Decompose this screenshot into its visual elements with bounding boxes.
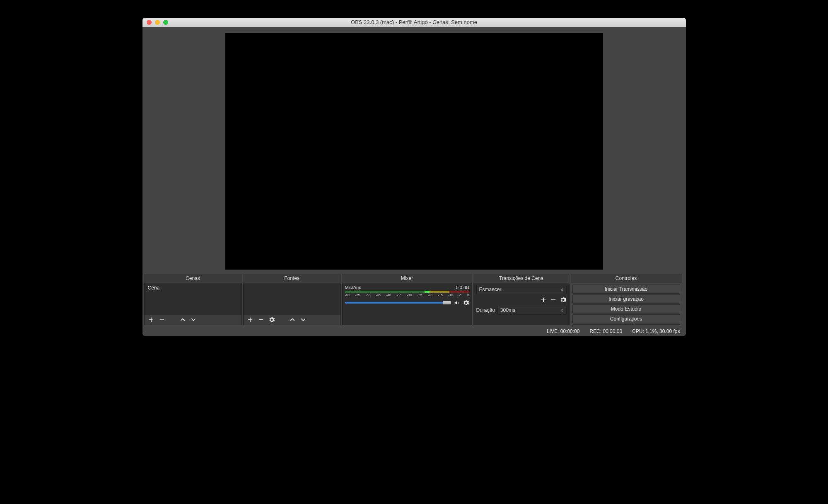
status-cpu: CPU: 1.1%, 30.00 fps: [632, 328, 680, 334]
sources-panel: Fontes: [243, 274, 341, 325]
titlebar: OBS 22.0.3 (mac) - Perfil: Artigo - Cena…: [142, 18, 686, 27]
status-rec: REC: 00:00:00: [589, 328, 622, 334]
settings-button[interactable]: Configurações: [572, 314, 680, 323]
minus-icon[interactable]: [550, 297, 557, 303]
sources-header: Fontes: [243, 274, 341, 283]
sources-toolbar: [244, 315, 340, 325]
vu-tick: -55: [355, 293, 360, 297]
preview-area: [142, 27, 686, 274]
mixer-channel-name: Mic/Aux: [345, 285, 361, 290]
volume-slider[interactable]: [345, 302, 451, 304]
mixer-panel: Mixer Mic/Aux 0.0 dB: [342, 274, 472, 325]
chevron-down-icon[interactable]: [300, 316, 307, 323]
minimize-window-button[interactable]: [155, 20, 160, 25]
vu-tick: -10: [448, 293, 453, 297]
close-window-button[interactable]: [147, 20, 152, 25]
status-bar: LIVE: 00:00:00 REC: 00:00:00 CPU: 1.1%, …: [142, 327, 686, 336]
transitions-panel: Transições de Cena Esmaecer ▲▼: [473, 274, 570, 325]
vu-tick: 0: [467, 293, 469, 297]
volume-slider-thumb[interactable]: [443, 301, 451, 304]
scenes-panel: Cenas Cena: [144, 274, 242, 325]
chevron-up-icon[interactable]: [179, 316, 186, 323]
plus-icon[interactable]: [247, 316, 253, 323]
vu-meter: -60 -55 -50 -45 -40 -35 -30 -25 -20 -15 …: [345, 291, 469, 297]
chevron-down-icon[interactable]: [190, 316, 197, 323]
select-stepper-icon: ▲▼: [561, 287, 564, 292]
mixer-header: Mixer: [342, 274, 472, 283]
minus-icon[interactable]: [258, 316, 264, 323]
duration-input[interactable]: 300ms ▲▼: [497, 306, 567, 315]
window-title: OBS 22.0.3 (mac) - Perfil: Artigo - Cena…: [142, 19, 686, 25]
controls-panel: Controles Iniciar Transmissão Iniciar gr…: [571, 274, 682, 325]
duration-value: 300ms: [500, 307, 515, 313]
scene-item[interactable]: Cena: [145, 283, 241, 292]
gear-icon[interactable]: [268, 316, 275, 323]
mixer-channel: Mic/Aux 0.0 dB -60 -55 -5: [343, 283, 472, 325]
chevron-up-icon[interactable]: [289, 316, 296, 323]
start-recording-button[interactable]: Iniciar gravação: [572, 294, 680, 304]
controls-header: Controles: [571, 274, 682, 283]
gear-icon[interactable]: [463, 299, 469, 306]
vu-tick: -45: [376, 293, 381, 297]
vu-tick: -20: [427, 293, 432, 297]
sources-list[interactable]: [244, 283, 340, 315]
scenes-header: Cenas: [144, 274, 242, 283]
transition-select[interactable]: Esmaecer ▲▼: [476, 285, 567, 294]
transitions-header: Transições de Cena: [473, 274, 570, 283]
vu-tick: -50: [365, 293, 370, 297]
start-streaming-button[interactable]: Iniciar Transmissão: [572, 285, 680, 294]
traffic-lights: [142, 20, 168, 25]
scenes-toolbar: [145, 315, 241, 325]
vu-tick: -25: [417, 293, 422, 297]
vu-tick: -40: [386, 293, 391, 297]
minus-icon[interactable]: [159, 316, 165, 323]
mixer-channel-level: 0.0 dB: [456, 285, 469, 290]
preview-canvas[interactable]: [225, 33, 603, 270]
stepper-icon: ▲▼: [561, 308, 564, 312]
vu-tick: -15: [438, 293, 443, 297]
zoom-window-button[interactable]: [163, 20, 168, 25]
studio-mode-button[interactable]: Modo Estúdio: [572, 304, 680, 313]
gear-icon[interactable]: [560, 297, 567, 303]
bottom-panels: Cenas Cena: [142, 274, 686, 327]
duration-label: Duração: [476, 307, 495, 313]
plus-icon[interactable]: [148, 316, 154, 323]
vu-tick: -35: [396, 293, 401, 297]
vu-tick: -60: [345, 293, 350, 297]
vu-ticks: -60 -55 -50 -45 -40 -35 -30 -25 -20 -15 …: [345, 293, 469, 297]
vu-tick: -30: [407, 293, 412, 297]
plus-icon[interactable]: [540, 297, 547, 303]
vu-tick: -5: [459, 293, 461, 297]
scenes-list[interactable]: Cena: [145, 283, 241, 315]
speaker-icon[interactable]: [454, 299, 460, 306]
status-live: LIVE: 00:00:00: [547, 328, 579, 334]
app-window: OBS 22.0.3 (mac) - Perfil: Artigo - Cena…: [142, 18, 686, 336]
transition-selected-value: Esmaecer: [479, 287, 502, 292]
